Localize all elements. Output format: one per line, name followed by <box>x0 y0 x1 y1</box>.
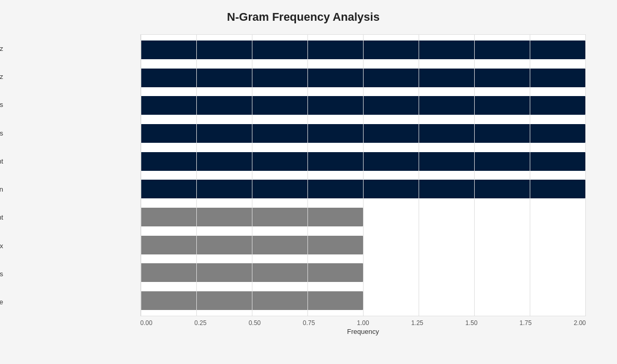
x-tick: 1.50 <box>465 319 477 327</box>
x-axis-ticks: 0.000.250.500.751.001.251.501.752.00 <box>140 319 586 327</box>
grid-line-075 <box>307 35 308 316</box>
grid-line-05 <box>252 35 252 316</box>
bar-label: order justice department <box>0 147 9 175</box>
x-tick: 1.25 <box>411 319 423 327</box>
bar-label: sentence years prison <box>0 175 9 203</box>
x-axis-title: Frequency <box>140 328 586 335</box>
bar-label: rep matt gaetz <box>0 34 9 62</box>
bar-label: sexual misconduct allegations <box>0 91 9 119</box>
labels-column: rep matt gaetzattorney general gaetzsexu… <box>0 34 9 316</box>
bar-label: correspondent vox focus <box>0 260 9 288</box>
bar-label: hash senior correspondent <box>0 204 9 232</box>
x-tick: 2.00 <box>574 319 586 327</box>
bar-label: politically motivate prosecutions <box>0 119 9 147</box>
bar-label: attorney general gaetz <box>0 62 9 90</box>
x-tick: 1.75 <box>519 319 531 327</box>
bar-label: vox focus supreme <box>0 288 9 316</box>
x-tick: 0.25 <box>194 319 206 327</box>
x-tick: 0.00 <box>140 319 152 327</box>
grid-line-15 <box>474 35 475 316</box>
grid-line-0 <box>141 35 141 316</box>
bar-label: senior correspondent vox <box>0 232 9 260</box>
x-tick: 0.50 <box>249 319 261 327</box>
grid-line-175 <box>530 35 530 316</box>
grid-line-1 <box>363 35 364 316</box>
chart-title: N-Gram Frequency Analysis <box>10 10 596 24</box>
x-tick: 0.75 <box>303 319 315 327</box>
x-tick: 1.00 <box>357 319 369 327</box>
grid-line-2 <box>585 35 586 316</box>
grid-line-125 <box>419 35 419 316</box>
chart-container: N-Gram Frequency Analysis rep matt gaetz… <box>0 0 617 364</box>
grid-line-025 <box>196 35 197 316</box>
chart-plot-area <box>140 34 586 316</box>
